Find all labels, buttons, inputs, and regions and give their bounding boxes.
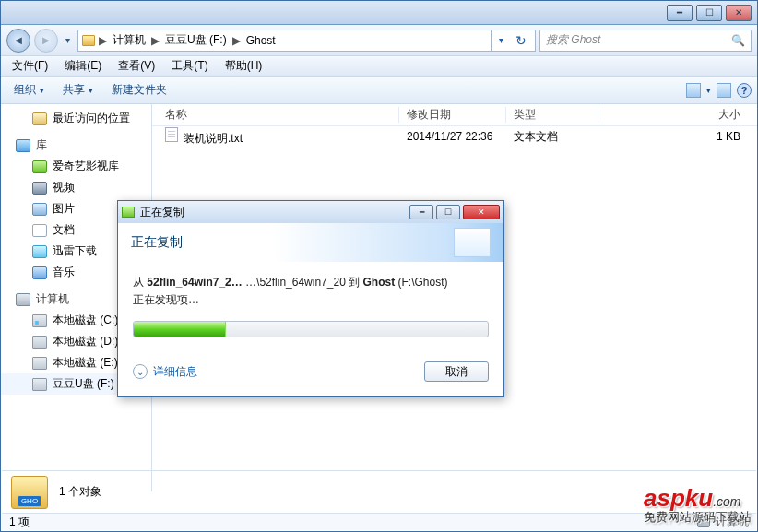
search-input[interactable]: 搜索 Ghost 🔍: [539, 30, 752, 52]
close-button[interactable]: ✕: [726, 5, 752, 21]
cancel-button[interactable]: 取消: [424, 361, 489, 382]
preview-pane-button[interactable]: [717, 83, 731, 98]
details-toggle[interactable]: ⌄ 详细信息: [133, 364, 197, 380]
watermark: aspku.com 免费网站源码下载站: [644, 484, 752, 526]
file-name-cell: 装机说明.txt: [158, 127, 399, 147]
dialog-actions: ⌄ 详细信息 取消: [118, 350, 503, 396]
file-row[interactable]: 装机说明.txt 2014/11/27 22:36 文本文档 1 KB: [152, 126, 757, 147]
chevron-down-icon: ⌄: [133, 364, 148, 379]
minimize-button[interactable]: ━: [667, 5, 693, 21]
chevron-icon: ▶: [151, 34, 160, 47]
copy-dialog: 正在复制 ━ ☐ ✕ 正在复制 从 52flin_64win7_2… …\52f…: [117, 200, 504, 397]
view-options-button[interactable]: [686, 83, 701, 98]
share-button[interactable]: 共享▾: [55, 78, 101, 101]
crumb-folder[interactable]: Ghost: [244, 34, 278, 47]
crumb-drive[interactable]: 豆豆U盘 (F:): [163, 32, 229, 48]
sidebar-item-video[interactable]: 视频: [1, 177, 151, 198]
copy-icon: [122, 207, 135, 218]
address-bar[interactable]: ▶ 计算机 ▶ 豆豆U盘 (F:) ▶ Ghost ▾ ↻: [77, 30, 536, 52]
command-bar: 组织▾ 共享▾ 新建文件夹 ▾ ?: [1, 77, 757, 104]
drive-icon: [32, 314, 47, 327]
library-icon: [16, 139, 30, 152]
item-count: 1 项: [9, 514, 30, 530]
progress-fill: [134, 322, 226, 337]
new-folder-button[interactable]: 新建文件夹: [104, 78, 174, 101]
col-date[interactable]: 修改日期: [399, 107, 506, 123]
col-name[interactable]: 名称: [158, 107, 399, 123]
page-icon: [454, 228, 491, 257]
progress-bar: [133, 321, 489, 337]
nav-back-button[interactable]: ◄: [6, 29, 30, 53]
dialog-close-button[interactable]: ✕: [463, 205, 500, 219]
menu-view[interactable]: 查看(V): [111, 56, 162, 76]
explorer-window: ━ ☐ ✕ ◄ ► ▾ ▶ 计算机 ▶ 豆豆U盘 (F:) ▶ Ghost ▾ …: [0, 0, 758, 532]
chevron-icon: ▶: [232, 34, 241, 47]
copy-status-line: 正在发现项…: [133, 292, 489, 308]
chevron-icon: ▶: [99, 34, 107, 47]
menu-file[interactable]: 文件(F): [5, 56, 55, 76]
col-size[interactable]: 大小: [598, 107, 757, 123]
dialog-header: 正在复制: [118, 223, 503, 262]
organize-button[interactable]: 组织▾: [6, 78, 52, 101]
col-type[interactable]: 类型: [506, 107, 598, 123]
window-titlebar[interactable]: ━ ☐ ✕: [1, 1, 757, 25]
search-placeholder: 搜索 Ghost: [546, 32, 600, 48]
nav-bar: ◄ ► ▾ ▶ 计算机 ▶ 豆豆U盘 (F:) ▶ Ghost ▾ ↻ 搜索 G…: [1, 25, 757, 56]
music-icon: [32, 266, 47, 279]
dialog-titlebar[interactable]: 正在复制 ━ ☐ ✕: [118, 201, 503, 223]
search-icon[interactable]: 🔍: [731, 34, 745, 47]
video-lib-icon: [32, 160, 47, 173]
recent-icon: [32, 112, 47, 125]
text-file-icon: [165, 127, 178, 142]
dialog-maximize-button[interactable]: ☐: [436, 205, 460, 219]
film-icon: [32, 182, 47, 195]
menu-bar: 文件(F) 编辑(E) 查看(V) 工具(T) 帮助(H): [1, 56, 757, 77]
menu-help[interactable]: 帮助(H): [218, 56, 270, 76]
nav-forward-button[interactable]: ►: [34, 29, 58, 53]
gho-folder-icon: GHO: [11, 476, 48, 509]
sidebar-recent[interactable]: 最近访问的位置: [1, 108, 151, 129]
dialog-body: 从 52flin_64win7_2… …\52flin_64win7_20 到 …: [118, 262, 503, 350]
drive-icon: [32, 378, 47, 391]
menu-tool[interactable]: 工具(T): [164, 56, 215, 76]
sidebar-libraries[interactable]: 库: [1, 135, 151, 156]
nav-history-drop[interactable]: ▾: [62, 35, 74, 45]
help-button[interactable]: ?: [737, 83, 752, 98]
download-icon: [32, 245, 47, 258]
sidebar-item-iqiyi[interactable]: 爱奇艺影视库: [1, 156, 151, 177]
folder-icon: [82, 35, 95, 46]
crumb-computer[interactable]: 计算机: [111, 32, 148, 48]
menu-edit[interactable]: 编辑(E): [57, 56, 109, 76]
copy-path-line: 从 52flin_64win7_2… …\52flin_64win7_20 到 …: [133, 275, 489, 290]
file-type-cell: 文本文档: [506, 129, 598, 145]
object-count: 1 个对象: [59, 484, 101, 500]
dialog-minimize-button[interactable]: ━: [409, 205, 433, 219]
file-date-cell: 2014/11/27 22:36: [399, 130, 506, 143]
column-headers[interactable]: 名称 修改日期 类型 大小: [152, 104, 757, 126]
refresh-button[interactable]: ↻: [511, 30, 531, 51]
dialog-title: 正在复制: [140, 205, 184, 220]
drive-icon: [32, 336, 47, 349]
address-drop[interactable]: ▾: [491, 30, 511, 51]
file-size-cell: 1 KB: [598, 130, 757, 143]
drive-icon: [32, 357, 47, 370]
maximize-button[interactable]: ☐: [696, 5, 722, 21]
document-icon: [32, 224, 47, 237]
computer-icon: [16, 293, 30, 306]
picture-icon: [32, 203, 47, 216]
